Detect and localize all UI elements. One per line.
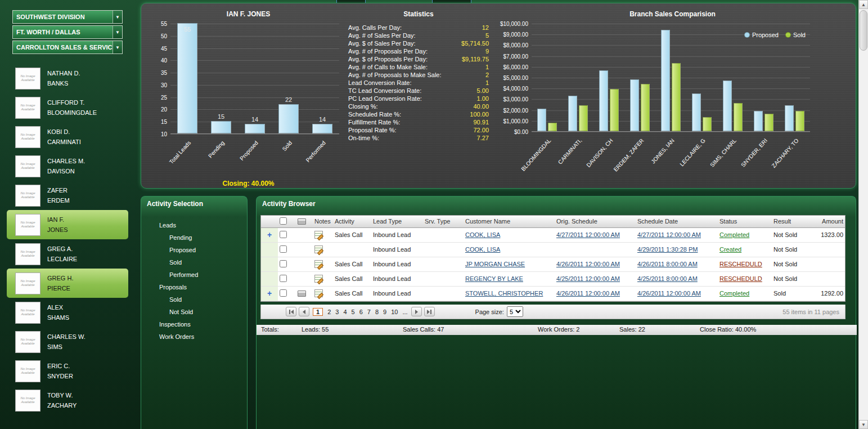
page-number-[interactable]: ... [402, 309, 407, 315]
row-checkbox[interactable] [280, 231, 287, 238]
status-badge[interactable]: RESCHEDULD [719, 261, 762, 267]
status-badge[interactable]: Completed [719, 290, 749, 297]
salesperson-item-carminati[interactable]: No Image AvailableKOBI D.CARMINATI [7, 122, 128, 151]
tree-item-inspections[interactable]: Inspections [141, 318, 247, 330]
status-badge[interactable]: Completed [719, 231, 749, 238]
column-header-result[interactable]: Result [772, 216, 804, 227]
scroll-down-icon[interactable]: ▼ [859, 420, 868, 429]
salesperson-item-leclaire[interactable]: No Image AvailableGREG A.LECLAIRE [7, 239, 128, 269]
customer-link[interactable]: COOK, LISA [465, 246, 500, 253]
printer-icon[interactable] [298, 291, 306, 297]
notes-icon[interactable] [314, 260, 323, 268]
column-header-status[interactable]: Status [718, 216, 772, 227]
table-row[interactable]: +Sales CallInbound LeadCOOK, LISA4/27/20… [261, 227, 845, 242]
salesperson-item-erdem[interactable]: No Image AvailableZAFERERDEM [7, 181, 128, 210]
page-number-6[interactable]: 6 [359, 309, 363, 315]
orig-schedule-link[interactable]: 4/25/2011 12:00:00 AM [556, 275, 620, 282]
column-header-amount[interactable]: Amount [804, 216, 845, 227]
orig-schedule-link[interactable]: 4/26/2011 12:00:00 AM [556, 290, 620, 297]
salesperson-item-sims[interactable]: No Image AvailableCHARLES W.SIMS [7, 327, 128, 356]
chevron-down-icon[interactable]: ▼ [113, 26, 122, 38]
customer-link[interactable]: JP MORGAN CHASE [465, 261, 525, 267]
column-header-srv-type[interactable]: Srv. Type [423, 216, 464, 227]
table-row[interactable]: Sales CallInbound LeadJP MORGAN CHASE4/2… [261, 257, 845, 271]
page-number-8[interactable]: 8 [375, 309, 379, 315]
pager-last-button[interactable] [424, 307, 435, 316]
notes-icon[interactable] [314, 231, 323, 239]
expand-row-icon[interactable]: + [267, 289, 272, 298]
salesperson-item-jones[interactable]: No Image AvailableIAN F.JONES [7, 210, 128, 239]
column-header-notes[interactable]: Notes [313, 216, 333, 227]
customer-link[interactable]: STOWELL, CHRISTOPHER [465, 290, 543, 297]
tree-item-work-orders[interactable]: Work Orders [141, 330, 247, 343]
scrollbar-thumb[interactable] [860, 10, 867, 51]
column-header-lead-type[interactable]: Lead Type [371, 216, 423, 227]
column-header-activity[interactable]: Activity [333, 216, 371, 227]
orig-schedule-link[interactable]: 4/27/2011 12:00:00 AM [556, 231, 620, 238]
pager-first-button[interactable] [286, 307, 296, 316]
row-checkbox[interactable] [280, 275, 287, 282]
orig-schedule-cell: 4/25/2011 12:00:00 AM [555, 271, 636, 286]
orig-schedule-link[interactable]: 4/26/2011 12:00:00 AM [556, 261, 620, 267]
row-checkbox[interactable] [280, 289, 287, 297]
tree-item-pending[interactable]: Pending [141, 231, 247, 244]
schedule-date-link[interactable]: 4/26/2011 12:00:00 AM [637, 290, 701, 297]
notes-icon[interactable] [314, 289, 323, 297]
rep-name: CHARLES M.DAVISON [47, 156, 85, 176]
column-header-customer-name[interactable]: Customer Name [464, 216, 555, 227]
page-number-2[interactable]: 2 [327, 309, 331, 315]
page-number-1[interactable]: 1 [313, 308, 323, 316]
schedule-date-link[interactable]: 4/27/2011 12:00:00 AM [637, 231, 701, 238]
salesperson-item-bloomingdale[interactable]: No Image AvailableCLIFFORD T.BLOOMINGDAL… [7, 93, 128, 122]
page-number-3[interactable]: 3 [335, 309, 339, 315]
table-row[interactable]: Sales CallInbound LeadREGENCY BY LAKE4/2… [261, 271, 845, 286]
salesperson-item-davison[interactable]: No Image AvailableCHARLES M.DAVISON [7, 151, 128, 181]
schedule-date-link[interactable]: 4/26/2011 8:00:00 AM [637, 261, 698, 267]
branch-dropdown[interactable]: CARROLLTON SALES & SERVICE T ▼ [12, 41, 123, 54]
tree-item-not-sold[interactable]: Not Sold [141, 306, 247, 318]
status-badge[interactable]: Created [719, 246, 741, 253]
tree-item-proposals[interactable]: Proposals [141, 281, 247, 293]
tree-item-sold[interactable]: Sold [141, 293, 247, 306]
schedule-date-link[interactable]: 4/25/2011 8:00:00 AM [637, 275, 698, 282]
region-dropdown[interactable]: FT. WORTH / DALLAS ▼ [12, 25, 123, 39]
column-header-schedule-date[interactable]: Schedule Date [636, 216, 718, 227]
table-row[interactable]: +Sales CallInbound LeadSTOWELL, CHRISTOP… [261, 286, 845, 301]
schedule-date-link[interactable]: 4/29/2011 1:30:28 PM [637, 246, 698, 253]
customer-link[interactable]: COOK, LISA [465, 231, 500, 238]
pager-next-button[interactable] [411, 307, 422, 316]
page-number-7[interactable]: 7 [367, 309, 371, 315]
chevron-down-icon[interactable]: ▼ [113, 11, 122, 23]
division-dropdown[interactable]: SOUTHWEST DIVISION ▼ [12, 10, 123, 24]
row-checkbox[interactable] [280, 260, 287, 267]
vertical-scrollbar[interactable]: ▲ ▼ [858, 0, 868, 429]
tree-item-performed[interactable]: Performed [141, 269, 247, 281]
pager-prev-button[interactable] [299, 307, 309, 316]
tree-item-leads[interactable]: Leads [141, 219, 247, 231]
notes-icon[interactable] [314, 245, 323, 253]
tree-item-proposed[interactable]: Proposed [141, 244, 247, 256]
column-header-orig-schedule[interactable]: Orig. Schedule [555, 216, 636, 227]
status-badge[interactable]: RESCHEDULD [719, 275, 762, 282]
salesperson-item-shams[interactable]: No Image AvailableALEXSHAMS [7, 298, 128, 327]
customer-link[interactable]: REGENCY BY LAKE [465, 275, 523, 282]
table-row[interactable]: Inbound LeadCOOK, LISA4/29/2011 1:30:28 … [261, 242, 845, 257]
salesperson-item-zachary[interactable]: No Image AvailableTOBY W.ZACHARY [7, 386, 128, 415]
salesperson-item-pierce[interactable]: No Image AvailableGREG H.PIERCE [7, 269, 128, 298]
notes-icon[interactable] [314, 275, 323, 283]
tree-item-sold[interactable]: Sold [141, 256, 247, 269]
select-all-checkbox[interactable] [280, 217, 287, 225]
printer-icon[interactable] [298, 218, 306, 225]
page-number-10[interactable]: 10 [391, 309, 398, 315]
chevron-down-icon[interactable]: ▼ [113, 41, 122, 53]
page-number-5[interactable]: 5 [352, 309, 355, 315]
page-number-4[interactable]: 4 [343, 309, 347, 315]
page-number-9[interactable]: 9 [383, 309, 386, 315]
scroll-up-icon[interactable]: ▲ [859, 0, 868, 9]
row-checkbox[interactable] [280, 245, 287, 253]
salesperson-item-snyder[interactable]: No Image AvailableERIC C.SNYDER [7, 356, 128, 386]
dashboard-panel: IAN F. JONES 5515142214 Total LeadsPendi… [141, 3, 856, 189]
page-size-select[interactable]: 5 [507, 306, 523, 317]
expand-row-icon[interactable]: + [267, 230, 272, 239]
salesperson-item-banks[interactable]: No Image AvailableNATHAN D.BANKS [7, 64, 128, 93]
